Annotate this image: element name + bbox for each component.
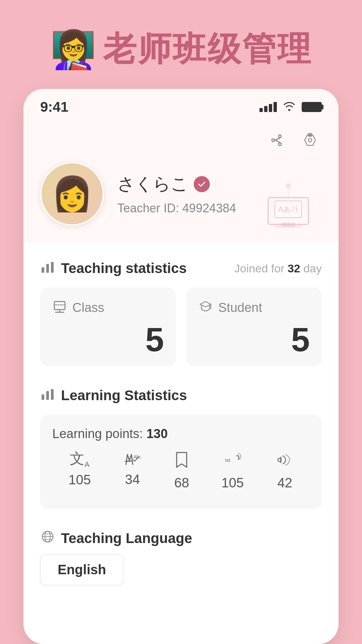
learning-card: Learning points: 130 文A 105 [40, 415, 322, 509]
settings-icon [302, 132, 318, 148]
class-card-header: Class [52, 300, 164, 316]
learning-stats-title: Learning Statistics [61, 387, 187, 404]
svg-rect-18 [46, 391, 49, 400]
learning-points-value: 130 [146, 427, 168, 441]
student-stat-card: Student 5 [186, 287, 322, 366]
svg-point-1 [308, 139, 312, 142]
status-bar: 9:41 [23, 89, 339, 122]
profile-info: 👩 さくらこ Teacher ID: 49924384 [40, 162, 322, 226]
student-value: 5 [198, 323, 310, 356]
audio-icon [276, 451, 294, 471]
bar-chart-icon [40, 259, 55, 277]
wifi-icon [283, 100, 296, 114]
main-content: Teaching statistics Joined for 32 day [23, 243, 339, 615]
learning-icon-audio: 42 [276, 451, 294, 490]
translate-value: 105 [68, 472, 91, 487]
verified-badge [194, 176, 210, 192]
share-icon [268, 132, 285, 148]
joined-text: Joined for 32 day [234, 262, 322, 275]
phone-frame: 9:41 [23, 89, 339, 644]
avatar: 👩 [40, 162, 104, 226]
svg-rect-10 [46, 264, 49, 273]
audio-value: 42 [278, 475, 293, 490]
learning-points-row: Learning points: 130 [52, 427, 310, 441]
settings-button[interactable] [298, 128, 322, 152]
student-card-header: Student [198, 300, 310, 316]
learning-icon-bookmark: 68 [174, 451, 189, 490]
podium-decoration: Aあ가 [258, 171, 318, 229]
class-label: Class [72, 301, 104, 315]
teacher-name: さくらこ [117, 172, 188, 196]
svg-rect-9 [42, 267, 44, 273]
teaching-stats-header: Teaching statistics Joined for 32 day [40, 259, 322, 277]
abc-icon: Abc [123, 451, 142, 468]
signal-icon [259, 102, 277, 112]
bookmark-value: 68 [174, 475, 189, 490]
svg-rect-11 [51, 262, 54, 273]
globe-icon [40, 529, 55, 547]
status-time: 9:41 [40, 99, 68, 115]
class-icon [52, 300, 67, 316]
top-actions [40, 128, 322, 152]
teaching-stats-title: Teaching statistics [61, 260, 187, 276]
abc-value: 34 [125, 472, 140, 487]
app-header: 👩‍🏫 老师班级管理 [50, 0, 312, 89]
svg-rect-17 [42, 394, 44, 400]
stats-cards: Class 5 Student 5 [40, 287, 322, 366]
student-label: Student [218, 301, 262, 315]
student-icon [198, 300, 213, 316]
txt-value: 105 [222, 475, 244, 490]
app-title: 老师班级管理 [103, 27, 312, 72]
language-section: Teaching Language English [40, 529, 322, 585]
section-title-group: Teaching statistics [40, 259, 187, 277]
svg-rect-6 [275, 225, 302, 228]
bookmark-icon [175, 451, 189, 471]
svg-text:Aあ가: Aあ가 [278, 205, 298, 213]
learning-icon-abc: Abc 34 [123, 451, 142, 490]
class-value: 5 [52, 323, 164, 356]
learning-icons-row: 文A 105 Abc [52, 451, 310, 490]
language-header: Teaching Language [40, 529, 322, 547]
translate-icon: 文A [70, 451, 89, 468]
learning-section: Learning Statistics Learning points: 130… [40, 386, 322, 509]
battery-icon [302, 102, 322, 112]
learning-stats-header: Learning Statistics [40, 386, 322, 405]
language-title: Teaching Language [61, 530, 192, 546]
language-pill[interactable]: English [40, 554, 123, 585]
teacher-emoji-icon: 👩‍🏫 [50, 31, 96, 68]
learning-icon-txt: txt 105 [222, 451, 244, 490]
svg-rect-12 [54, 302, 65, 310]
svg-point-7 [286, 183, 291, 189]
learning-icon-translate: 文A 105 [68, 451, 91, 490]
status-icons [259, 100, 322, 114]
profile-section: 👩 さくらこ Teacher ID: 49924384 [23, 122, 339, 243]
share-button[interactable] [265, 128, 288, 152]
svg-text:txt: txt [225, 458, 230, 463]
svg-rect-19 [51, 389, 54, 400]
learning-chart-icon [40, 386, 55, 405]
txt-icon: txt [224, 451, 241, 471]
class-stat-card: Class 5 [40, 287, 176, 366]
